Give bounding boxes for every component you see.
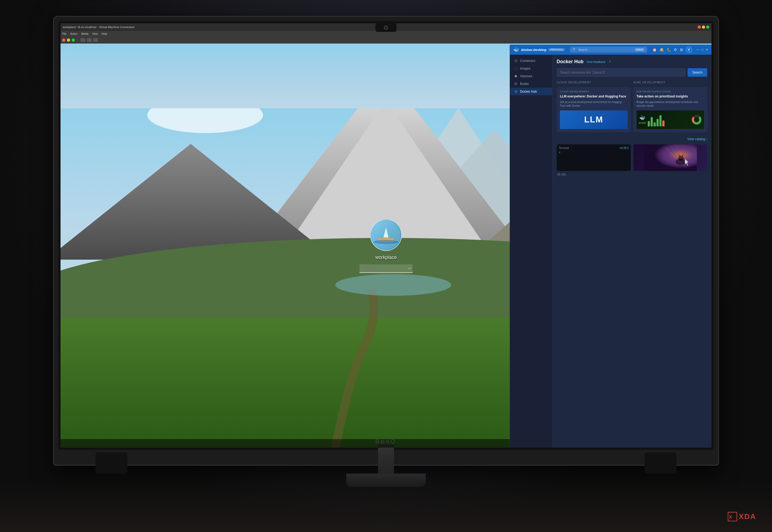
cosmic-svg (644, 144, 697, 171)
llm-card-tag: CLOUD DEVELOPMENT (560, 90, 628, 93)
terminal-header: Terminal v4.28.0 (559, 147, 629, 149)
images-icon: ⬚ (514, 66, 518, 70)
grid-icon[interactable]: ⊞ (680, 48, 683, 52)
menu-help[interactable]: Help (102, 32, 107, 35)
scout-chart (648, 113, 689, 126)
docker-title-icons: ⏰ 🔔 🐛 ⚙ ⊞ V (652, 46, 692, 53)
section-headers: CLOUD DEVELOPMENT AI/ML DEVELOPMENT (557, 81, 707, 86)
scout-label: scout (639, 121, 646, 124)
menu-file[interactable]: File (62, 32, 66, 35)
toolbar-btn-2[interactable] (67, 38, 70, 42)
toolbar-icon-3[interactable] (93, 38, 98, 42)
images-label: Images (520, 67, 530, 70)
user-name: workplace (375, 255, 397, 260)
docker-whale-icon: 🐳 (513, 47, 519, 53)
docker-user-avatar[interactable]: V (686, 46, 692, 53)
gear-icon[interactable]: ⚙ (674, 48, 677, 52)
docker-sidebar: ⊡ Containers ⬚ Images ⏺ Volumes (510, 55, 552, 448)
webcam (375, 23, 397, 32)
toolbar-btn-3[interactable] (72, 38, 75, 42)
llm-card-image: LLM (560, 110, 628, 129)
llm-card-desc: Set up a local development environment f… (560, 100, 628, 108)
scout-card-title: Take action on prioritized insights (637, 95, 704, 99)
docker-main-content: Docker Hub Give feedback ↗ Search (552, 55, 711, 448)
toolbar-icon-2[interactable] (87, 38, 92, 42)
docker-hub-search-input[interactable] (557, 68, 685, 77)
docker-hub-feedback-link[interactable]: Give feedback (587, 60, 605, 63)
clock-icon[interactable]: ⏰ (652, 48, 657, 52)
cosmic-image-panel (633, 144, 707, 171)
llm-card-title: LLM everywhere: Docker and Hugging Face (560, 95, 628, 99)
password-field[interactable]: → (359, 264, 413, 273)
docker-search-text: Search (578, 48, 587, 51)
terminal-title: Terminal (559, 147, 569, 149)
speaker-right (645, 452, 676, 474)
desk-surface (0, 479, 772, 532)
menu-action[interactable]: Action (70, 32, 78, 35)
webcam-lens (384, 25, 388, 30)
password-input[interactable] (363, 266, 407, 270)
cloud-dev-label: CLOUD DEVELOPMENT (557, 81, 631, 84)
docker-hub-label: Docker Hub (520, 90, 537, 93)
vm-minimize-btn[interactable] (702, 25, 705, 29)
vm-toolbar (61, 37, 711, 44)
docker-hub-header: Docker Hub Give feedback ↗ (557, 59, 707, 65)
user-avatar (370, 219, 402, 251)
docker-hub-title: Docker Hub (557, 59, 584, 65)
toolbar-icon-1[interactable] (80, 38, 85, 42)
vm-maximize-btn[interactable] (706, 25, 709, 29)
toolbar-btn-1[interactable] (62, 38, 65, 42)
docker-window: 🐳 docker.desktop PERSONAL 🔍 Search Ctrl+… (510, 45, 711, 448)
builds-label: Builds (520, 82, 529, 86)
scout-card[interactable]: SOFTWARE SUPPLY CHAIN Take action on pri… (633, 87, 707, 132)
vm-close-btn[interactable] (698, 25, 701, 29)
builds-icon: ⚙ (514, 82, 518, 86)
monitor-stand-neck (378, 444, 394, 476)
sidebar-item-containers[interactable]: ⊡ Containers (510, 57, 552, 65)
docker-close-btn[interactable]: ✕ (706, 48, 708, 52)
llm-text: LLM (584, 115, 603, 125)
chart-bar-5 (659, 115, 662, 126)
terminal-content: $ _ (559, 151, 629, 154)
scout-logo: 🐳 scout (639, 115, 646, 124)
llm-card[interactable]: CLOUD DEVELOPMENT LLM everywhere: Docker… (557, 87, 631, 132)
password-arrow-icon[interactable]: → (407, 266, 411, 271)
monitor-bezel: workplace → workplace:~$ on localhost - … (58, 21, 714, 450)
bug-icon[interactable]: 🐛 (667, 48, 671, 52)
docker-search-bar[interactable]: 🔍 Search Ctrl+K (570, 47, 647, 53)
volumes-label: Volumes (520, 74, 532, 78)
view-catalog-link[interactable]: View catalog › (687, 137, 707, 141)
sidebar-item-docker-hub[interactable]: ⊙ Docker Hub (510, 88, 552, 95)
volumes-icon: ⏺ (514, 74, 518, 78)
scout-card-desc: Bridge the gap between development workf… (637, 100, 704, 108)
docker-app-title: docker.desktop (521, 48, 546, 52)
terminal-version: v4.28.0 (620, 147, 629, 149)
chart-bar-3 (654, 122, 656, 126)
docker-search-shortcut: Ctrl+K (635, 48, 644, 51)
docker-hub-search-button[interactable]: Search (688, 68, 707, 77)
sidebar-item-volumes[interactable]: ⏺ Volumes (510, 72, 552, 80)
docker-maximize-btn[interactable]: □ (702, 48, 704, 52)
sidebar-item-builds[interactable]: ⚙ Builds (510, 80, 552, 88)
scout-donut-chart (691, 114, 702, 125)
sidebar-item-images[interactable]: ⬚ Images (510, 65, 552, 72)
terminal-panel: Terminal v4.28.0 $ _ (557, 144, 631, 171)
docker-window-controls: — □ ✕ (696, 48, 708, 52)
scout-whale-icon: 🐳 (639, 115, 645, 121)
docker-hub-search[interactable]: Search (557, 68, 707, 77)
menu-media[interactable]: Media (81, 32, 88, 35)
menu-view[interactable]: View (92, 32, 98, 35)
scout-card-tag: SOFTWARE SUPPLY CHAIN (637, 90, 704, 93)
docker-titlebar: 🐳 docker.desktop PERSONAL 🔍 Search Ctrl+… (510, 45, 711, 55)
containers-label: Containers (520, 59, 535, 63)
chart-bar-6 (662, 121, 664, 126)
storage-label: .85 GB) (557, 173, 566, 176)
terminal-prompt: $ _ (559, 151, 629, 154)
bell-icon[interactable]: 🔔 (659, 48, 664, 52)
docker-minimize-btn[interactable]: — (696, 48, 700, 52)
scout-card-visual: 🐳 scout (637, 110, 704, 129)
screen-content: workplace → workplace:~$ on localhost - … (61, 23, 711, 448)
feedback-icon: ↗ (608, 60, 611, 63)
docker-bottom-panels: Terminal v4.28.0 $ _ (557, 144, 707, 171)
monitor-screen: workplace → workplace:~$ on localhost - … (61, 23, 711, 448)
